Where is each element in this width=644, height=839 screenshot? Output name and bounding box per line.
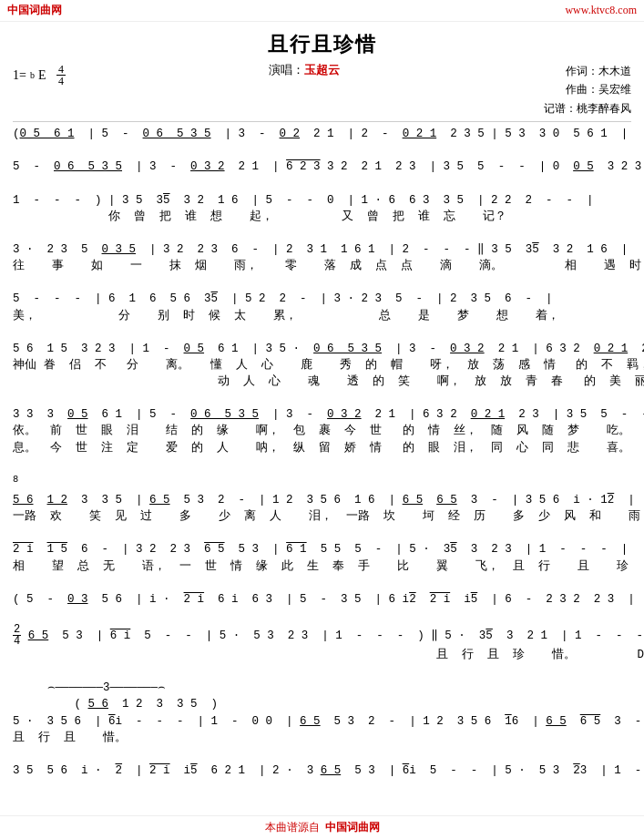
footer-text2: 中国词曲网 <box>325 820 380 835</box>
credits: 作词：木木道 作曲：吴宏维 记谱：桃李醉春风 <box>544 62 631 118</box>
key-time: 1=bE 4 4 <box>13 62 66 87</box>
singer-info: 演唱：玉超云 <box>66 62 544 78</box>
song-title: 且行且珍惜 <box>13 31 631 58</box>
site-left: 中国词曲网 <box>7 3 62 18</box>
score-area: (0 5 6 1 | 5 - 0 6 5 3 5 | 3 - 0 2 2 1 |… <box>13 126 631 779</box>
footer-text1: 本曲谱源自 <box>265 820 320 835</box>
site-right: www.ktvc8.com <box>565 4 637 17</box>
score-pre: (0 5 6 1 | 5 - 0 6 5 3 5 | 3 - 0 2 2 1 |… <box>13 126 631 779</box>
bottom-bar: 本曲谱源自 中国词曲网 <box>0 815 644 839</box>
top-bar: 中国词曲网 www.ktvc8.com <box>0 0 644 22</box>
